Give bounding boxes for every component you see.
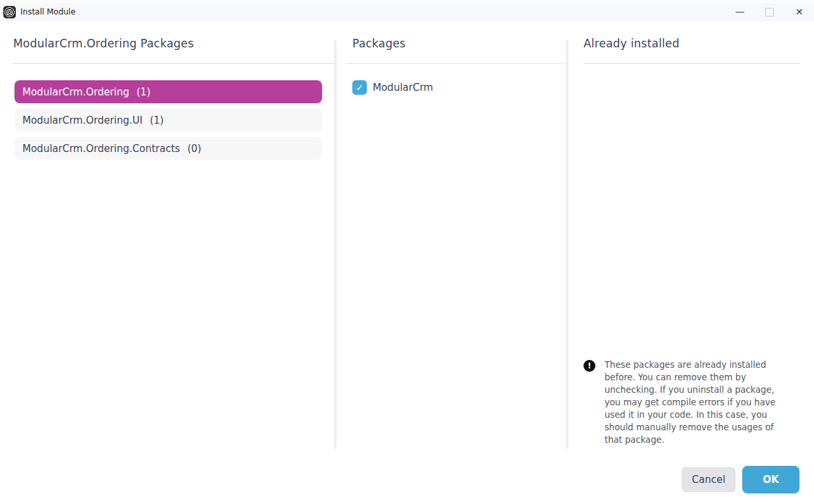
module-item-ordering[interactable]: ModularCrm.Ordering (1) <box>14 80 322 103</box>
minimize-button[interactable] <box>725 3 755 20</box>
module-item-label: ModularCrm.Ordering <box>22 86 129 98</box>
checkmark-icon: ✓ <box>356 83 364 92</box>
already-installed-header: Already installed <box>583 37 800 64</box>
already-installed-column: Already installed <box>583 37 800 64</box>
module-item-ordering-ui[interactable]: ModularCrm.Ordering.UI (1) <box>14 109 322 132</box>
package-checkbox[interactable]: ✓ <box>352 80 367 95</box>
ok-button[interactable]: OK <box>742 466 800 493</box>
module-item-count: (1) <box>149 114 163 126</box>
already-installed-note: ! These packages are already installed b… <box>583 359 791 446</box>
app-logo-icon <box>3 6 16 18</box>
dialog-titlebar: Install Module ✕ <box>0 3 814 21</box>
background-tab-text: Welcome ✕ ModularCrm Readme ✕ <box>104 0 344 2</box>
package-row-modularcrm[interactable]: ✓ ModularCrm <box>352 80 565 95</box>
module-item-label: ModularCrm.Ordering.UI <box>22 114 142 126</box>
column-divider <box>334 39 337 449</box>
packages-column: Packages ✓ ModularCrm <box>345 37 565 95</box>
maximize-button[interactable] <box>755 3 784 20</box>
dialog-title: Install Module <box>20 7 76 16</box>
close-icon: ✕ <box>796 7 803 16</box>
module-item-count: (1) <box>136 86 150 98</box>
minimize-icon <box>736 12 744 13</box>
concentric-rings-icon <box>3 6 16 18</box>
maximize-icon <box>765 8 774 16</box>
module-item-ordering-contracts[interactable]: ModularCrm.Ordering.Contracts (0) <box>14 137 322 160</box>
modules-column: ModularCrm.Ordering Packages ModularCrm.… <box>13 37 335 165</box>
package-label: ModularCrm <box>373 82 433 93</box>
close-button[interactable]: ✕ <box>784 3 814 20</box>
alert-icon: ! <box>583 360 595 372</box>
window-controls: ✕ <box>725 3 814 20</box>
module-item-count: (0) <box>187 143 201 155</box>
packages-column-header: Packages <box>345 37 565 64</box>
module-item-label: ModularCrm.Ordering.Contracts <box>22 143 180 155</box>
modules-column-header: ModularCrm.Ordering Packages <box>13 37 335 64</box>
column-divider <box>566 39 568 449</box>
install-module-dialog: Welcome ✕ ModularCrm Readme ✕ Install Mo… <box>0 0 814 504</box>
cancel-button[interactable]: Cancel <box>682 467 736 492</box>
module-list: ModularCrm.Ordering (1) ModularCrm.Order… <box>13 80 335 160</box>
already-installed-note-text: These packages are already installed bef… <box>605 359 790 446</box>
